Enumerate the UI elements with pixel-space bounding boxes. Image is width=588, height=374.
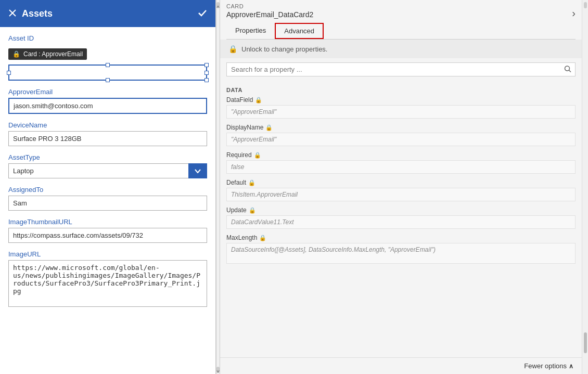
image-thumbnail-url-label: ImageThumbnailURL	[8, 218, 207, 226]
prop-lock-icon-default: 🔒	[248, 179, 255, 186]
chevron-up-icon: ∧	[569, 363, 573, 370]
resize-handle-top[interactable]	[106, 63, 110, 67]
asset-id-selected-container	[8, 65, 207, 81]
prop-row-update: Update 🔒 DataCardValue11.Text	[226, 207, 576, 229]
tooltip-text: Card : ApproverEmail	[23, 50, 83, 58]
prop-label-required: Required 🔒	[226, 151, 576, 159]
tooltip-lock-icon: 🔒	[12, 50, 20, 58]
prop-lock-icon-update: 🔒	[249, 207, 256, 214]
left-content: Asset ID 🔒 Card : ApproverEmail Approver…	[0, 27, 215, 374]
left-panel-scrollbar[interactable]	[216, 0, 220, 374]
right-header-top: CARD ApproverEmail_DataCard2 ›	[226, 3, 576, 23]
prop-row-displayname: DisplayName 🔒 "ApproverEmail"	[226, 124, 576, 146]
prop-lock-icon-maxlength: 🔒	[259, 235, 266, 241]
right-footer: Fewer options ∧	[220, 357, 582, 374]
right-scrollbar-up[interactable]	[584, 2, 587, 8]
right-panel-scrollbar[interactable]	[582, 0, 588, 374]
asset-type-select[interactable]: Laptop	[8, 163, 207, 178]
prop-row-maxlength: MaxLength 🔒 DataSourceInfo([@Assets], Da…	[226, 234, 576, 264]
prop-lock-icon-displayname: 🔒	[265, 124, 273, 131]
approver-email-input[interactable]	[9, 99, 206, 113]
image-url-textarea[interactable]: https://www.microsoft.com/global/en-us/n…	[8, 260, 207, 307]
field-image-url: ImageURL https://www.microsoft.com/globa…	[8, 250, 207, 308]
prop-row-datafield: DataField 🔒 "ApproverEmail"	[226, 96, 576, 119]
prop-row-default: Default 🔒 ThisItem.ApproverEmail	[226, 179, 576, 201]
field-device-name: DeviceName	[8, 121, 207, 146]
asset-id-input[interactable]	[9, 66, 206, 80]
tooltip-box: 🔒 Card : ApproverEmail	[8, 48, 87, 60]
prop-label-update: Update 🔒	[226, 207, 576, 214]
scrollbar-up-arrow[interactable]	[216, 2, 220, 8]
data-section-header: DATA	[226, 87, 576, 93]
tab-properties[interactable]: Properties	[226, 23, 275, 39]
asset-type-select-wrap: Laptop	[8, 163, 207, 178]
card-info: CARD ApproverEmail_DataCard2	[226, 3, 313, 23]
asset-id-label: Asset ID	[8, 34, 207, 42]
prop-label-text-displayname: DisplayName	[226, 124, 263, 131]
card-section-label: CARD	[226, 3, 313, 9]
fewer-options-button[interactable]: Fewer options ∧	[524, 362, 573, 370]
right-panel: CARD ApproverEmail_DataCard2 › Propertie…	[220, 0, 582, 374]
prop-label-text-maxlength: MaxLength	[226, 234, 257, 241]
prop-label-maxlength: MaxLength 🔒	[226, 234, 576, 241]
left-panel: Assets Asset ID 🔒 Card : ApproverEmail	[0, 0, 216, 374]
prop-value-update: DataCardValue11.Text	[226, 215, 576, 229]
prop-lock-icon-required: 🔒	[254, 152, 261, 159]
search-wrap-inner	[226, 62, 576, 76]
prop-label-text-datafield: DataField	[226, 96, 253, 104]
field-image-thumbnail-url: ImageThumbnailURL	[8, 218, 207, 243]
close-icon[interactable]	[8, 9, 17, 19]
prop-label-default: Default 🔒	[226, 179, 576, 186]
device-name-label: DeviceName	[8, 121, 207, 129]
panel-title: Assets	[22, 8, 53, 19]
resize-handle-top-right[interactable]	[204, 63, 209, 67]
search-icon	[564, 65, 571, 74]
resize-handle-bottom[interactable]	[106, 78, 110, 82]
lock-banner: 🔒 Unlock to change properties.	[220, 40, 582, 58]
approver-email-selected-container	[8, 98, 207, 114]
resize-handle-right[interactable]	[204, 71, 209, 75]
properties-scroll: DATA DataField 🔒 "ApproverEmail" Display…	[220, 81, 582, 374]
image-url-label: ImageURL	[8, 250, 207, 258]
prop-lock-icon-datafield: 🔒	[255, 97, 262, 104]
prop-label-displayname: DisplayName 🔒	[226, 124, 576, 131]
confirm-icon[interactable]	[198, 8, 207, 19]
scrollbar-down-arrow[interactable]	[216, 367, 220, 373]
prop-label-text-default: Default	[226, 179, 246, 186]
field-asset-type: AssetType Laptop	[8, 153, 207, 178]
svg-point-2	[565, 66, 570, 71]
svg-line-3	[569, 70, 571, 72]
assigned-to-label: AssignedTo	[8, 186, 207, 194]
right-header: CARD ApproverEmail_DataCard2 › Propertie…	[220, 0, 582, 40]
device-name-input[interactable]	[8, 131, 207, 146]
tabs-row: Properties Advanced	[226, 23, 576, 40]
chevron-right-icon[interactable]: ›	[572, 7, 576, 19]
field-asset-id: Asset ID 🔒 Card : ApproverEmail	[8, 34, 207, 81]
tab-advanced[interactable]: Advanced	[275, 23, 324, 39]
prop-label-datafield: DataField 🔒	[226, 96, 576, 104]
field-assigned-to: AssignedTo	[8, 186, 207, 211]
prop-label-text-required: Required	[226, 151, 252, 159]
asset-type-label: AssetType	[8, 153, 207, 161]
prop-label-text-update: Update	[226, 207, 247, 214]
approver-email-label: ApproverEmail	[8, 88, 207, 96]
search-input[interactable]	[226, 62, 576, 76]
image-thumbnail-url-input[interactable]	[8, 228, 207, 243]
field-approver-email: ApproverEmail	[8, 88, 207, 114]
prop-value-default: ThisItem.ApproverEmail	[226, 188, 576, 201]
lock-icon: 🔒	[228, 45, 237, 53]
search-wrap	[220, 58, 582, 81]
header-left: Assets	[8, 8, 53, 19]
prop-value-required: false	[226, 160, 576, 174]
resize-handle-left[interactable]	[7, 71, 11, 75]
fewer-options-label: Fewer options	[524, 362, 567, 370]
resize-handle-bottom-right[interactable]	[204, 78, 209, 82]
right-scrollbar-thumb[interactable]	[584, 332, 587, 353]
left-header: Assets	[0, 0, 215, 27]
assigned-to-input[interactable]	[8, 196, 207, 211]
prop-value-datafield: "ApproverEmail"	[226, 105, 576, 119]
prop-value-maxlength: DataSourceInfo([@Assets], DataSourceInfo…	[226, 243, 576, 264]
card-name: ApproverEmail_DataCard2	[226, 10, 313, 19]
prop-value-displayname: "ApproverEmail"	[226, 133, 576, 146]
prop-row-required: Required 🔒 false	[226, 151, 576, 174]
